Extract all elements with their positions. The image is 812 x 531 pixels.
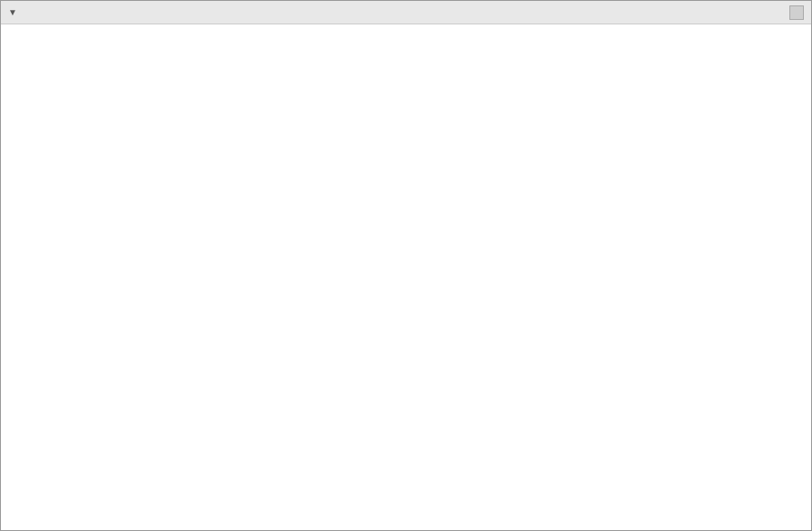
close-button[interactable] (789, 5, 804, 20)
title-bar: ▼ (1, 1, 811, 24)
collapse-arrow[interactable]: ▼ (8, 7, 17, 17)
laboratory-equipment-window: ▼ (0, 0, 812, 531)
title-bar-left: ▼ (8, 7, 23, 17)
equipment-content (1, 24, 811, 530)
